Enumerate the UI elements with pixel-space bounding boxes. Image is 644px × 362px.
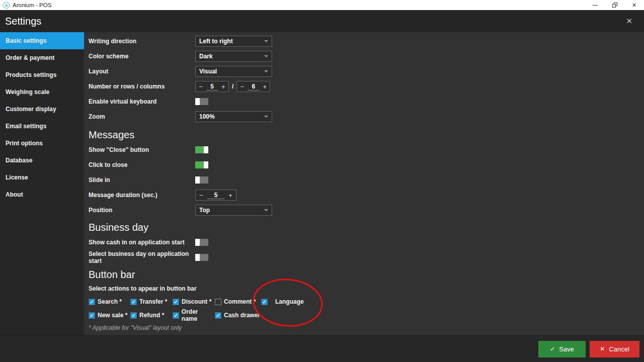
color-scheme-label: Color scheme <box>89 53 195 60</box>
save-button[interactable]: ✓ Save <box>538 341 586 357</box>
virtual-keyboard-label: Enable virtual keyboard <box>89 98 195 105</box>
show-cash-in-label: Show cash in on application start <box>89 239 195 246</box>
rows-value[interactable]: 5 <box>206 83 218 90</box>
app-window: a Aronium - POS ✕ Settings ✕ Basic sett <box>0 0 644 362</box>
columns-value[interactable]: 6 <box>248 83 259 90</box>
dialog-close-button[interactable]: ✕ <box>622 15 636 28</box>
checkbox-checked-icon: ✓ <box>130 312 137 319</box>
settings-content: Writing direction Left to right Color sc… <box>84 32 644 335</box>
duration-increment-button[interactable]: + <box>225 190 236 200</box>
close-icon: ✕ <box>632 2 636 9</box>
message-duration-label: Message duration (sec.) <box>89 192 195 199</box>
slide-in-toggle[interactable] <box>195 176 208 184</box>
sidebar-item-customer-display[interactable]: Customer display <box>0 101 84 118</box>
sidebar-item-order-payment[interactable]: Order & payment <box>0 49 84 66</box>
checkbox-checked-icon: ✓ <box>261 299 268 305</box>
columns-stepper: − 6 + <box>236 81 270 92</box>
setting-row: Position Top <box>89 203 644 218</box>
chevron-down-icon <box>264 70 268 72</box>
button-bar-section-heading: Button bar <box>89 267 644 282</box>
sidebar-item-basic-settings[interactable]: Basic settings <box>0 32 84 49</box>
rows-columns-label: Number or rows / columns <box>89 83 195 90</box>
show-cash-in-toggle[interactable] <box>195 239 208 246</box>
setting-row: Layout Visual <box>89 64 644 79</box>
setting-row: Show cash in on application start <box>89 235 644 250</box>
checkbox-checked-icon: ✓ <box>130 299 137 305</box>
slide-in-label: Slide in <box>89 176 195 184</box>
layout-dropdown[interactable]: Visual <box>195 66 272 77</box>
messages-section-heading: Messages <box>89 127 644 142</box>
cancel-button[interactable]: ✕ Cancel <box>590 341 639 357</box>
close-icon: ✕ <box>626 17 632 25</box>
writing-direction-label: Writing direction <box>89 38 195 45</box>
window-controls: ✕ <box>585 0 644 10</box>
app-title: Aronium - POS <box>13 2 51 8</box>
checkbox-order-name[interactable]: ✓ Order name <box>173 308 215 322</box>
check-icon: ✓ <box>550 345 555 352</box>
maximize-button[interactable] <box>605 0 624 10</box>
checkbox-comment[interactable]: Comment * <box>215 298 261 305</box>
toggle-knob <box>195 176 200 184</box>
color-scheme-dropdown[interactable]: Dark <box>195 51 272 62</box>
setting-row: Color scheme Dark <box>89 49 644 64</box>
setting-row: Writing direction Left to right <box>89 34 644 49</box>
setting-row: Slide in <box>89 172 644 188</box>
checkbox-cash-drawer[interactable]: ✓ Cash drawer <box>215 312 261 319</box>
checkbox-search[interactable]: ✓ Search * <box>89 298 130 305</box>
show-close-label: Show "Close" button <box>89 146 195 153</box>
setting-row: Show "Close" button <box>89 142 644 157</box>
checkbox-checked-icon: ✓ <box>89 299 95 305</box>
duration-value[interactable]: 5 <box>207 192 224 199</box>
position-dropdown[interactable]: Top <box>195 205 272 216</box>
sidebar-item-email-settings[interactable]: Email settings <box>0 118 84 135</box>
rows-increment-button[interactable]: + <box>218 81 228 92</box>
toggle-knob <box>195 239 200 246</box>
toggle-knob <box>195 254 200 261</box>
checkbox-language[interactable]: ✓ Language <box>261 298 644 305</box>
titlebar: a Aronium - POS ✕ <box>0 0 644 10</box>
columns-decrement-button[interactable]: − <box>237 81 247 92</box>
setting-row: Click to close <box>89 157 644 172</box>
sidebar-item-weighing-scale[interactable]: Weighing scale <box>0 83 84 101</box>
close-window-button[interactable]: ✕ <box>624 0 644 10</box>
checkbox-transfer[interactable]: ✓ Transfer * <box>130 298 173 305</box>
setting-row: Message duration (sec.) − 5 + <box>89 188 644 203</box>
writing-direction-dropdown[interactable]: Left to right <box>195 36 272 47</box>
setting-row: Number or rows / columns − 5 + / − 6 + <box>89 79 644 94</box>
sidebar-item-database[interactable]: Database <box>0 152 84 169</box>
rows-decrement-button[interactable]: − <box>196 81 206 92</box>
setting-row: Enable virtual keyboard <box>89 94 644 109</box>
app-logo-icon: a <box>3 2 10 9</box>
checkbox-refund[interactable]: ✓ Refund * <box>130 312 173 319</box>
select-business-day-toggle[interactable] <box>195 254 208 261</box>
checkbox-checked-icon: ✓ <box>173 312 179 319</box>
sidebar-item-about[interactable]: About <box>0 186 84 203</box>
sidebar-item-print-options[interactable]: Print options <box>0 135 84 152</box>
dialog-body: Basic settings Order & payment Products … <box>0 32 644 335</box>
checkbox-discount[interactable]: ✓ Discount * <box>173 298 215 305</box>
show-close-toggle[interactable] <box>195 146 208 153</box>
setting-row: Zoom 100% <box>89 109 644 124</box>
duration-decrement-button[interactable]: − <box>196 190 207 200</box>
zoom-label: Zoom <box>89 113 195 120</box>
button-bar-subtitle: Select actions to appear in button bar <box>89 282 644 295</box>
sidebar-item-license[interactable]: License <box>0 169 84 186</box>
checkbox-new-sale[interactable]: ✓ New sale * <box>89 312 130 319</box>
setting-row: Select business day on application start <box>89 250 644 265</box>
sidebar-item-products-settings[interactable]: Products settings <box>0 66 84 83</box>
dialog-footer: ✓ Save ✕ Cancel <box>0 335 644 362</box>
restore-icon <box>612 3 617 8</box>
virtual-keyboard-toggle[interactable] <box>195 98 208 105</box>
minimize-button[interactable] <box>585 0 605 10</box>
click-to-close-toggle[interactable] <box>195 161 208 168</box>
checkbox-checked-icon: ✓ <box>89 312 95 319</box>
columns-increment-button[interactable]: + <box>260 81 270 92</box>
minimize-icon <box>593 5 598 6</box>
chevron-down-icon <box>264 209 268 211</box>
chevron-down-icon <box>264 40 268 42</box>
rows-columns-separator: / <box>232 83 233 90</box>
visual-layout-footnote: * Applicable for "Visual" layout only <box>89 321 644 334</box>
zoom-dropdown[interactable]: 100% <box>195 111 272 122</box>
chevron-down-icon <box>264 116 268 118</box>
chevron-down-icon <box>264 55 268 57</box>
